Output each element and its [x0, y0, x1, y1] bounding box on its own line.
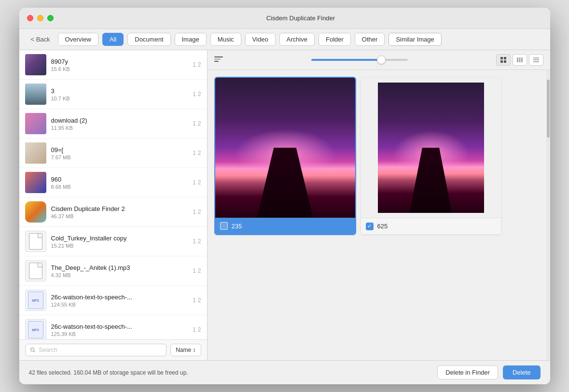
- sort-button[interactable]: Name ↕: [170, 344, 201, 356]
- tab-other[interactable]: Other: [355, 33, 385, 46]
- file-counts: 1 2: [193, 150, 201, 156]
- file-info: Cold_Turkey_Installer copy 15.21 MB: [51, 235, 193, 249]
- delete-in-finder-button[interactable]: Delete in Finder: [437, 365, 498, 379]
- file-counts: 1 2: [193, 267, 201, 274]
- file-size: 46.37 MB: [51, 213, 193, 219]
- list-item[interactable]: 960 8.68 MB 1 2: [19, 168, 207, 197]
- list-item[interactable]: 8907y 15.6 KB 1 2: [19, 50, 207, 80]
- minimize-button[interactable]: [37, 15, 43, 21]
- zoom-slider-container: [223, 59, 496, 61]
- filter-icon[interactable]: [214, 56, 223, 63]
- file-counts: 1 2: [193, 91, 201, 98]
- filter-controls: [214, 56, 223, 63]
- list-item[interactable]: The_Deep_-_Anitek (1).mp3 4.32 MB 1 2: [19, 256, 207, 286]
- window-title: Cisdem Duplicate Finder: [59, 14, 542, 22]
- file-info: 3 10.7 KB: [51, 87, 193, 101]
- grid-view-icon: [500, 56, 507, 63]
- back-button[interactable]: < Back: [27, 34, 54, 45]
- list-item[interactable]: 09=[ 7.67 MB 1 2: [19, 139, 207, 168]
- svg-rect-4: [517, 57, 518, 62]
- file-info: The_Deep_-_Anitek (1).mp3 4.32 MB: [51, 264, 193, 278]
- main-content: 8907y 15.6 KB 1 2 3 10.7 KB: [19, 50, 550, 360]
- file-thumbnail: [25, 54, 46, 75]
- select-checkbox[interactable]: ✓: [366, 223, 374, 230]
- file-counts: 1 2: [193, 209, 201, 215]
- status-text: 42 files selected. 160.04 MB of storage …: [29, 369, 188, 376]
- tab-image[interactable]: Image: [175, 33, 207, 46]
- file-size: 124.55 KB: [51, 302, 193, 308]
- file-list-panel: 8907y 15.6 KB 1 2 3 10.7 KB: [19, 50, 208, 360]
- tab-document[interactable]: Document: [127, 33, 170, 46]
- column-view-button[interactable]: [513, 54, 527, 66]
- file-size: 125.39 KB: [51, 331, 193, 337]
- list-item[interactable]: MP3 26c-watson-text-to-speech-... 124.55…: [19, 286, 207, 315]
- file-info: 8907y 15.6 KB: [51, 58, 193, 72]
- tab-archive[interactable]: Archive: [279, 33, 315, 46]
- tab-overview[interactable]: Overview: [58, 33, 98, 46]
- delete-button[interactable]: Delete: [503, 365, 541, 379]
- slider-thumb[interactable]: [377, 56, 386, 64]
- preview-card[interactable]: 235: [215, 78, 355, 234]
- list-item[interactable]: Cisdem Duplicate Finder 2 46.37 MB 1 2: [19, 197, 207, 227]
- view-modes: [496, 54, 543, 66]
- close-button[interactable]: [27, 15, 33, 21]
- svg-rect-0: [500, 57, 503, 59]
- list-item[interactable]: MP3 26c-watson-text-to-speech-... 125.39…: [19, 315, 207, 339]
- file-thumbnail: [25, 231, 46, 252]
- file-size: 8.68 MB: [51, 184, 193, 190]
- column-view-icon: [516, 56, 523, 63]
- tab-similar-image[interactable]: Similar Image: [389, 33, 441, 46]
- toolbar: < Back Overview All Document Image Music…: [19, 29, 550, 50]
- file-size: 4.32 MB: [51, 272, 193, 278]
- search-input[interactable]: [25, 344, 167, 356]
- search-bar: Name ↕: [19, 339, 207, 360]
- scrollbar-thumb[interactable]: [547, 80, 550, 138]
- preview-card[interactable]: ✓ 625: [361, 78, 501, 234]
- list-view-button[interactable]: [529, 54, 543, 66]
- titlebar: Cisdem Duplicate Finder: [19, 8, 550, 29]
- file-counts: 1 2: [193, 238, 201, 245]
- list-item[interactable]: download (2) 11.95 KB 1 2: [19, 109, 207, 139]
- zoom-slider[interactable]: [311, 59, 408, 61]
- file-info: 26c-watson-text-to-speech-... 125.39 KB: [51, 323, 193, 337]
- svg-rect-6: [521, 57, 523, 62]
- list-view-icon: [533, 56, 540, 63]
- preview-images: 235 ✓ 625: [208, 70, 546, 360]
- list-item[interactable]: Cold_Turkey_Installer copy 15.21 MB 1 2: [19, 227, 207, 256]
- file-size: 7.67 MB: [51, 154, 193, 160]
- file-thumbnail: [25, 260, 46, 281]
- scrollbar[interactable]: [546, 70, 550, 360]
- select-checkbox[interactable]: [220, 222, 228, 230]
- status-bar: 42 files selected. 160.04 MB of storage …: [19, 360, 550, 384]
- file-name: 26c-watson-text-to-speech-...: [51, 323, 193, 330]
- file-name: 09=[: [51, 146, 193, 154]
- file-name: download (2): [51, 117, 193, 124]
- list-item[interactable]: 3 10.7 KB 1 2: [19, 80, 207, 109]
- main-window: Cisdem Duplicate Finder < Back Overview …: [19, 8, 550, 384]
- grid-view-button[interactable]: [496, 54, 511, 66]
- preview-card-footer: ✓ 625: [361, 218, 501, 234]
- tab-video[interactable]: Video: [245, 33, 276, 46]
- file-counts: 1 2: [193, 326, 201, 333]
- tab-music[interactable]: Music: [210, 33, 241, 46]
- maximize-button[interactable]: [47, 15, 54, 21]
- svg-rect-2: [500, 60, 503, 63]
- file-thumbnail: [25, 172, 46, 193]
- svg-rect-5: [519, 57, 520, 62]
- file-info: 26c-watson-text-to-speech-... 124.55 KB: [51, 294, 193, 308]
- count-2: 2: [198, 61, 201, 68]
- file-thumbnail: [25, 113, 46, 134]
- tab-folder[interactable]: Folder: [319, 33, 351, 46]
- count-1: 1: [193, 61, 196, 68]
- preview-image: [361, 78, 501, 218]
- file-thumbnail: MP3: [25, 290, 46, 311]
- file-info: 09=[ 7.67 MB: [51, 146, 193, 160]
- status-actions: Delete in Finder Delete: [437, 365, 540, 379]
- file-size: 10.7 KB: [51, 96, 193, 101]
- file-size: 15.21 MB: [51, 243, 193, 249]
- tab-all[interactable]: All: [102, 33, 124, 46]
- traffic-lights: [27, 15, 54, 21]
- file-thumbnail: MP3: [25, 319, 46, 339]
- file-counts: 1 2: [193, 297, 201, 304]
- preview-filename: 235: [232, 223, 242, 230]
